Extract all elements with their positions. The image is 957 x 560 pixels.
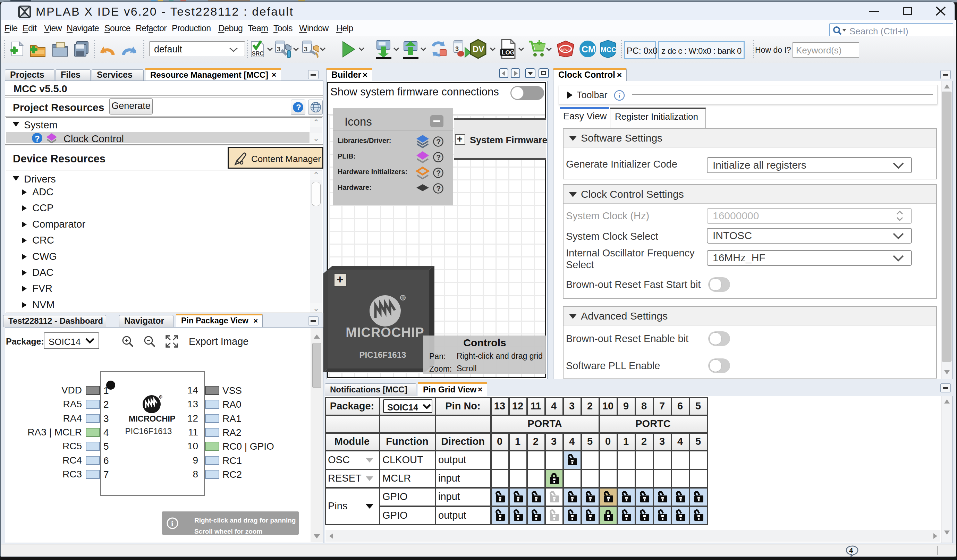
svg-text:®: ® [401,296,404,300]
svg-text:CM: CM [581,44,595,54]
svg-text:?: ? [436,153,441,162]
svg-text:?: ? [296,103,301,112]
svg-text:?: ? [436,184,441,193]
svg-text:3: 3 [304,46,308,53]
svg-text:®: ® [160,396,162,399]
svg-text:DV: DV [472,44,484,54]
svg-text:?: ? [35,134,40,143]
svg-text:LOG: LOG [502,49,515,56]
svg-text:4: 4 [849,547,853,554]
svg-text:MPLAB: MPLAB [561,48,572,51]
svg-text:SRC: SRC [252,50,264,57]
svg-text:?: ? [436,169,441,177]
svg-text:3: 3 [277,46,280,53]
svg-text:?: ? [436,137,441,146]
svg-text:i: i [171,519,174,528]
svg-text:3: 3 [455,46,459,52]
svg-text:i: i [618,91,621,100]
svg-text:MCC: MCC [601,46,617,54]
